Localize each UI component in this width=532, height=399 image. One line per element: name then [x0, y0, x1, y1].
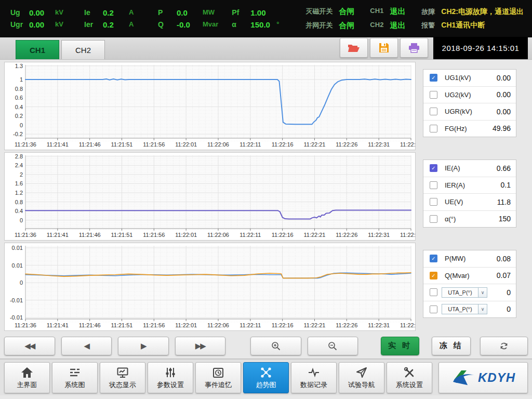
measurement-unit: A — [129, 8, 144, 17]
svg-text:0.8: 0.8 — [15, 86, 23, 92]
legend-label: UG1(kV) — [445, 74, 471, 82]
legend-checkbox[interactable] — [430, 181, 437, 189]
legend-checkbox[interactable] — [430, 215, 437, 223]
legend-label: Q(Mvar) — [445, 272, 470, 280]
svg-text:0: 0 — [20, 122, 23, 128]
save-button[interactable] — [370, 38, 398, 58]
svg-text:11:22:31: 11:22:31 — [368, 141, 390, 148]
measurement-unit: Mvar — [203, 20, 218, 29]
playback-controls: ◀◀ ◀ ▶ ▶▶ 实 时 冻 结 — [0, 333, 532, 359]
nav-item-状态显示[interactable]: 状态显示 — [100, 362, 145, 393]
svg-text:11:22:36: 11:22:36 — [400, 232, 415, 238]
channel-value: 退出 — [390, 21, 405, 31]
refresh-button[interactable] — [480, 337, 528, 355]
legend-dropdown[interactable]: UTA_P(°)∨ — [442, 304, 487, 314]
legend-checkbox[interactable] — [430, 91, 437, 99]
svg-text:11:22:06: 11:22:06 — [207, 322, 229, 328]
system-diagram-icon — [69, 366, 81, 379]
brand-logo[interactable]: KDYH — [438, 362, 528, 393]
alert-value: CH2:电源故障，通道退出 — [441, 7, 524, 17]
svg-text:11:22:26: 11:22:26 — [336, 322, 357, 328]
trend-chart-1[interactable]: 1.310.80.60.40.20-0.211:21:3611:21:4111:… — [4, 62, 416, 150]
legend-value: 49.96 — [493, 124, 511, 132]
nav-item-试验导航[interactable]: 试验导航 — [339, 362, 384, 393]
chevron-down-icon[interactable]: ∨ — [478, 288, 487, 297]
step-back-button[interactable]: ◀ — [61, 337, 112, 355]
fast-forward-icon: ▶▶ — [195, 341, 205, 351]
svg-text:0: 0 — [20, 280, 23, 286]
legend-checkbox[interactable] — [430, 108, 437, 115]
nav-item-数据记录[interactable]: 数据记录 — [291, 362, 337, 393]
nav-item-参数设置[interactable]: 参数设置 — [148, 362, 193, 393]
nav-items: 主界面系统图状态显示参数设置事件追忆趋势图数据记录试验导航系统设置 — [4, 362, 434, 393]
trend-chart-3[interactable]: 0.010.010-0.01-0.0111:21:3611:21:4111:21… — [4, 243, 416, 331]
legend-checkbox[interactable] — [430, 198, 437, 206]
legend-panel-2: ✓IE(A)0.66IER(A)0.1UE(V)11.8α(°)150 — [423, 159, 516, 228]
rewind-button[interactable]: ◀◀ — [4, 337, 55, 355]
trend-chart-svg-2: 2.82.421.61.20.80.4011:21:3611:21:4111:2… — [5, 153, 415, 240]
tab-ch2[interactable]: CH2 — [61, 40, 105, 59]
open-file-button[interactable] — [340, 38, 368, 58]
alert-value: CH1通讯中断 — [441, 21, 524, 30]
svg-text:0.01: 0.01 — [12, 262, 23, 269]
legend-dropdown[interactable]: UTA_P(°)∨ — [442, 287, 487, 298]
svg-text:11:22:06: 11:22:06 — [207, 141, 229, 148]
measurement-value: 0.00 — [29, 8, 50, 17]
channel-value: 退出 — [390, 7, 405, 17]
nav-item-系统设置[interactable]: 系统设置 — [387, 362, 432, 393]
measurement-value: 0.2 — [103, 20, 124, 29]
printer-icon — [408, 43, 420, 53]
zoom-in-button[interactable] — [250, 337, 301, 355]
fast-forward-button[interactable]: ▶▶ — [175, 337, 226, 355]
realtime-button[interactable]: 实 时 — [381, 337, 419, 355]
legend-checkbox[interactable] — [430, 305, 437, 313]
switch-label: 灭磁开关 — [305, 7, 332, 17]
measurement-group-2: Ie0.2AIer0.2A — [84, 8, 144, 29]
step-forward-icon: ▶ — [141, 341, 146, 351]
legend-checkbox[interactable]: ✓ — [430, 272, 437, 280]
channel-label: CH1 — [370, 7, 383, 17]
legend-row: UG2(kV)0.00 — [423, 86, 516, 103]
legend-row: UTA_P(°)∨0 — [423, 301, 516, 318]
legend-dropdown-value: UTA_P(°) — [442, 289, 478, 296]
legend-value: 0.1 — [501, 181, 511, 189]
measurement-label: P — [158, 8, 171, 17]
measurement-unit: MW — [203, 8, 218, 17]
legend-label: P(MW) — [445, 255, 466, 262]
svg-text:0.4: 0.4 — [15, 104, 23, 110]
svg-text:11:22:21: 11:22:21 — [303, 141, 325, 148]
measurement-label: Ier — [84, 20, 98, 29]
legend-checkbox[interactable]: ✓ — [430, 255, 437, 262]
svg-text:2.8: 2.8 — [15, 153, 23, 159]
trend-chart-2[interactable]: 2.82.421.61.20.80.4011:21:3611:21:4111:2… — [4, 152, 416, 241]
legend-checkbox[interactable] — [430, 125, 437, 132]
nav-item-事件追忆[interactable]: 事件追忆 — [195, 362, 241, 393]
legend-checkbox[interactable]: ✓ — [430, 74, 437, 82]
svg-text:11:21:36: 11:21:36 — [15, 141, 36, 148]
alert-label: 故障 — [421, 7, 435, 17]
step-forward-button[interactable]: ▶ — [118, 337, 169, 355]
chevron-down-icon[interactable]: ∨ — [478, 304, 487, 314]
svg-text:11:22:01: 11:22:01 — [175, 141, 197, 148]
alert-label: 报警 — [421, 21, 435, 30]
nav-item-系统图[interactable]: 系统图 — [52, 362, 98, 393]
measurement-unit: kV — [55, 8, 71, 17]
switch-value: 合闸 — [339, 21, 354, 31]
svg-text:11:22:06: 11:22:06 — [207, 232, 229, 238]
tab-ch1[interactable]: CH1 — [16, 40, 59, 59]
measurement-value: 0.2 — [103, 8, 124, 17]
legend-checkbox[interactable] — [430, 288, 437, 296]
bottom-nav: 主界面系统图状态显示参数设置事件追忆趋势图数据记录试验导航系统设置 KDYH — [0, 359, 532, 395]
svg-text:1.2: 1.2 — [15, 190, 23, 196]
nav-item-主界面[interactable]: 主界面 — [4, 362, 50, 393]
freeze-button[interactable]: 冻 结 — [432, 337, 471, 355]
nav-item-趋势图[interactable]: 趋势图 — [243, 362, 289, 393]
zoom-out-button[interactable] — [308, 337, 358, 355]
measurements: Ug0.00kVUgr0.00kVIe0.2AIer0.2AP0.0MWQ-0.… — [10, 8, 305, 29]
legend-checkbox[interactable]: ✓ — [430, 164, 437, 172]
legend-label: UG2(kV) — [445, 91, 471, 99]
channel-status-group: CH1退出CH2退出 — [370, 7, 405, 31]
trend-chart-svg-3: 0.010.010-0.01-0.0111:21:3611:21:4111:21… — [5, 243, 415, 330]
svg-text:1.3: 1.3 — [15, 63, 23, 69]
print-button[interactable] — [400, 38, 428, 58]
